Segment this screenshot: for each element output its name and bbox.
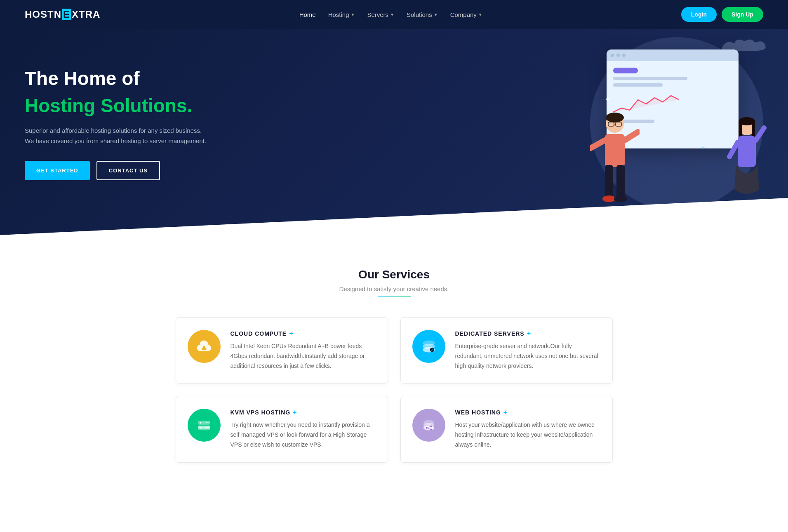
nav-servers[interactable]: Servers ▼ [367,11,394,18]
logo-text-1: HOSTN [25,9,61,20]
svg-point-11 [614,195,627,202]
svg-point-37 [430,426,432,427]
svg-rect-22 [203,346,205,348]
browser-btn-mock [613,68,638,73]
svg-point-26 [430,348,434,352]
browser-bar [607,49,739,61]
svg-point-1 [606,113,624,122]
dedicated-servers-desc: Enterprise-grade server and network.Our … [455,341,601,371]
dedicated-servers-title: DEDICATED SERVERS + [455,330,601,337]
svg-rect-8 [605,165,613,198]
solutions-dropdown-arrow: ▼ [434,12,438,17]
nav-company[interactable]: Company ▼ [450,11,482,18]
svg-point-10 [602,195,616,202]
web-hosting-desc: Host your website/application with us wh… [455,420,601,450]
logo-text-2: XTRA [72,9,100,20]
cloud-compute-title: CLOUD COMPUTE + [231,330,376,337]
login-button[interactable]: Login [681,7,717,22]
nav-solutions[interactable]: Solutions ▼ [407,11,438,18]
web-hosting-info: WEB HOSTING + Host your website/applicat… [455,409,601,450]
dedicated-servers-info: DEDICATED SERVERS + Enterprise-grade ser… [455,330,601,371]
services-grid: CLOUD COMPUTE + Dual Intel Xeon CPUs Red… [176,317,613,463]
dedicated-servers-icon [420,338,438,355]
svg-line-18 [756,128,764,140]
svg-rect-16 [738,136,756,167]
svg-point-19 [735,203,747,209]
section-divider [378,296,411,297]
cloud-compute-icon [195,338,213,355]
svg-line-7 [625,132,638,140]
service-card-kvm-vps: KVM VPS HOSTING + Try right now whether … [176,396,388,462]
svg-point-31 [200,422,201,424]
logo-box: E [62,9,71,20]
nav-home[interactable]: Home [299,11,316,18]
hero-section: The Home of Hosting Solutions. Superior … [0,29,788,235]
web-hosting-title: WEB HOSTING + [455,409,601,416]
svg-rect-5 [605,134,625,167]
service-card-cloud-compute: CLOUD COMPUTE + Dual Intel Xeon CPUs Red… [176,317,388,384]
nav-links: Home Hosting ▼ Servers ▼ Solutions ▼ Com… [299,11,482,18]
kvm-vps-icon-wrap [188,409,221,442]
person-right-illustration [726,115,767,219]
navbar: HOSTNEXTRA Home Hosting ▼ Servers ▼ Solu… [0,0,788,29]
browser-dot-1 [611,54,614,57]
browser-dot-3 [622,54,626,57]
svg-point-32 [200,427,201,428]
nav-hosting[interactable]: Hosting ▼ [328,11,355,18]
services-subtitle: Designed to satisfy your creative needs. [25,285,763,292]
svg-point-38 [430,429,432,431]
kvm-vps-title: KVM VPS HOSTING + [231,409,376,416]
web-hosting-icon [420,417,438,434]
hosting-dropdown-arrow: ▼ [351,12,355,17]
sparkle-2: ✦ [701,144,706,151]
services-section: Our Services Designed to satisfy your cr… [0,235,788,487]
sparkle-3: ✦ [635,62,640,68]
cloud-compute-desc: Dual Intel Xeon CPUs Redundant A+B power… [231,341,376,371]
hero-illustration: ✦ ✦ ✦ [508,29,788,235]
person-left-illustration [590,111,640,219]
hero-title-line2: Hosting Solutions. [25,94,206,117]
dedicated-servers-icon-wrap [412,330,445,363]
svg-line-17 [729,142,738,157]
svg-point-20 [747,203,758,209]
cloud-compute-plus: + [289,330,293,337]
kvm-vps-icon [195,417,213,434]
web-hosting-plus: + [503,409,508,416]
svg-line-6 [590,140,605,148]
sparkle-1: ✦ [605,95,611,104]
kvm-vps-info: KVM VPS HOSTING + Try right now whether … [231,409,376,450]
cloud-compute-info: CLOUD COMPUTE + Dual Intel Xeon CPUs Red… [231,330,376,371]
svg-point-36 [426,427,427,429]
kvm-vps-plus: + [293,409,297,416]
nav-buttons: Login Sign Up [681,7,763,22]
kvm-vps-desc: Try right now whether you need to instan… [231,420,376,450]
hero-buttons: GET STARTED CONTACT US [25,161,206,180]
dedicated-servers-plus: + [527,330,531,337]
cloud-compute-icon-wrap [188,330,221,363]
servers-dropdown-arrow: ▼ [390,12,394,17]
hero-title-line1: The Home of [25,67,206,90]
hero-description: Superior and affordable hosting solution… [25,125,206,146]
logo[interactable]: HOSTNEXTRA [25,9,100,20]
web-hosting-icon-wrap [412,409,445,442]
service-card-dedicated-servers: DEDICATED SERVERS + Enterprise-grade ser… [400,317,613,384]
browser-line-1 [613,77,687,80]
get-started-button[interactable]: GET STARTED [25,161,90,180]
svg-point-35 [423,426,434,431]
service-card-web-hosting: WEB HOSTING + Host your website/applicat… [400,396,613,462]
signup-button[interactable]: Sign Up [722,7,763,22]
browser-dot-2 [616,54,620,57]
browser-line-2 [613,83,663,87]
company-dropdown-arrow: ▼ [478,12,482,17]
hero-content: The Home of Hosting Solutions. Superior … [0,34,231,196]
services-title: Our Services [25,268,763,281]
contact-us-button[interactable]: CONTACT US [96,161,160,180]
svg-rect-9 [616,165,625,198]
